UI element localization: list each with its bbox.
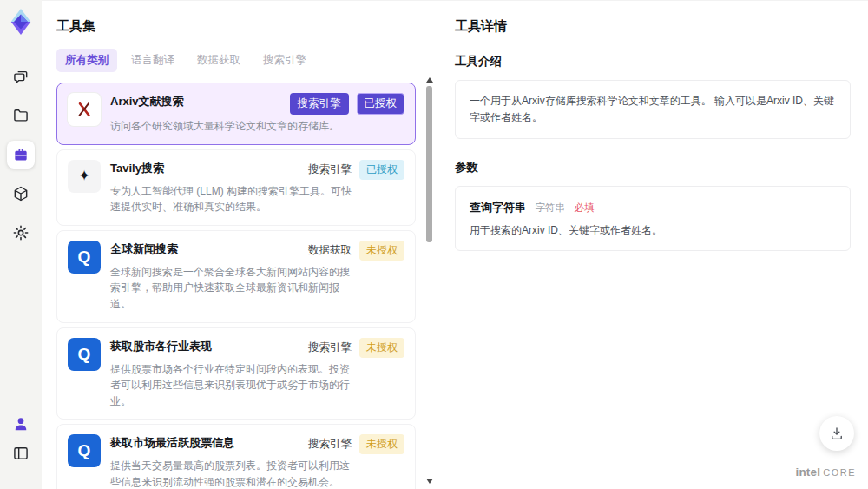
list-scrollbar[interactable] (425, 77, 434, 484)
tool-description: 提供当天交易量最高的股票列表。投资者可以利用这些信息来识别流动性强的股票和潜在的… (110, 458, 355, 489)
parameter-name: 查询字符串 (470, 201, 526, 214)
tool-description: 提供股票市场各个行业在特定时间段内的表现。投资者可以利用这些信息来识别表现优于或… (110, 361, 355, 410)
auth-status-badge: 未授权 (359, 338, 404, 358)
parameter-header: 查询字符串 字符串 必填 (470, 199, 836, 215)
scroll-up-arrow[interactable] (426, 77, 433, 83)
category-tabs: 所有类别 语言翻译 数据获取 搜索引擎 (56, 49, 428, 72)
tool-card-list: Arxiv文献搜索 搜索引擎 已授权 访问各个研究领域大量科学论文和文章的存储库… (56, 83, 428, 489)
arxiv-logo-icon (68, 93, 101, 126)
category-badge: 搜索引擎 (290, 93, 349, 115)
package-cube-icon (12, 185, 30, 202)
page-title: 工具集 (56, 18, 428, 35)
tool-detail-panel: 工具详情 工具介绍 一个用于从Arxiv存储库搜索科学论文和文章的工具。 输入可… (437, 0, 868, 489)
q-logo-icon: Q (68, 434, 101, 467)
tool-description: 全球新闻搜索是一个聚合全球各大新闻网站内容的搜索引擎，帮助用户快速获取全球最新资… (110, 264, 355, 313)
auth-status-badge: 未授权 (359, 241, 404, 261)
card-body: Tavily搜索 搜索引擎 已授权 专为人工智能代理 (LLM) 构建的搜索引擎… (110, 160, 404, 215)
app-logo-icon (6, 7, 36, 36)
sidebar-item-files[interactable] (7, 102, 35, 129)
parameter-type: 字符串 (535, 202, 565, 213)
params-heading: 参数 (455, 160, 851, 175)
parameter-description: 用于搜索的Arxiv ID、关键字或作者姓名。 (470, 223, 836, 238)
app-window: 工具集 所有类别 语言翻译 数据获取 搜索引擎 Arxiv文献搜索 (0, 0, 868, 489)
user-icon (12, 415, 30, 433)
sidebar-item-tools[interactable] (7, 141, 35, 169)
scroll-down-arrow[interactable] (426, 479, 433, 484)
tab-all-categories[interactable]: 所有类别 (56, 49, 117, 72)
category-label: 搜索引擎 (308, 340, 352, 355)
tool-card-tavily[interactable]: ✦ Tavily搜索 搜索引擎 已授权 专为人工智能代理 (LLM) 构建的搜索… (56, 149, 416, 226)
auth-status-badge: 已授权 (357, 93, 405, 115)
intro-box: 一个用于从Arxiv存储库搜索科学论文和文章的工具。 输入可以是Arxiv ID… (455, 80, 851, 139)
parameter-box: 查询字符串 字符串 必填 用于搜索的Arxiv ID、关键字或作者姓名。 (455, 186, 851, 251)
auth-status-badge: 未授权 (359, 434, 404, 454)
card-body: Arxiv文献搜索 搜索引擎 已授权 访问各个研究领域大量科学论文和文章的存储库… (110, 93, 404, 135)
download-button[interactable] (819, 416, 854, 451)
tool-description: 访问各个研究领域大量科学论文和文章的存储库。 (110, 118, 355, 135)
sidebar-item-chat[interactable] (7, 63, 35, 90)
core-wordmark: CORE (823, 467, 856, 478)
scrollbar-thumb[interactable] (426, 86, 432, 242)
required-label: 必填 (574, 202, 594, 213)
tab-language-translation[interactable]: 语言翻译 (122, 49, 183, 72)
panel-layout-icon (12, 445, 30, 462)
tavily-star-icon: ✦ (68, 160, 101, 193)
tool-name: Tavily搜索 (110, 160, 164, 176)
left-icon-rail (0, 0, 42, 489)
tool-description: 专为人工智能代理 (LLM) 构建的搜索引擎工具。可快速提供实时、准确和真实的结… (110, 183, 355, 215)
sidebar-item-settings[interactable] (7, 219, 35, 247)
intel-core-logo: intel CORE (795, 466, 856, 479)
card-body: 获取股市各行业表现 搜索引擎 未授权 提供股票市场各个行业在特定时间段内的表现。… (110, 338, 404, 410)
tab-data-fetch[interactable]: 数据获取 (188, 49, 249, 72)
tool-name: 获取股市各行业表现 (110, 338, 212, 354)
folder-icon (12, 107, 30, 124)
category-label: 搜索引擎 (308, 437, 352, 452)
card-body: 获取市场最活跃股票信息 搜索引擎 未授权 提供当天交易量最高的股票列表。投资者可… (110, 434, 404, 489)
chat-icon (12, 68, 30, 85)
download-icon (829, 426, 845, 441)
category-label: 搜索引擎 (308, 162, 352, 177)
tool-card-arxiv[interactable]: Arxiv文献搜索 搜索引擎 已授权 访问各个研究领域大量科学论文和文章的存储库… (56, 83, 416, 145)
collapse-sidebar-button[interactable] (7, 439, 35, 467)
toolbox-icon (12, 146, 30, 163)
tool-card-stock-sector[interactable]: Q 获取股市各行业表现 搜索引擎 未授权 提供股票市场各个行业在特定时间段内的表… (56, 327, 416, 420)
gear-icon (12, 224, 30, 241)
intel-wordmark: intel (795, 466, 820, 479)
detail-title: 工具详情 (455, 18, 851, 35)
q-logo-icon: Q (68, 338, 101, 371)
tool-list-panel: 工具集 所有类别 语言翻译 数据获取 搜索引擎 Arxiv文献搜索 (42, 0, 437, 489)
sidebar-item-packages[interactable] (7, 180, 35, 208)
user-avatar[interactable] (7, 410, 35, 438)
tool-name: Arxiv文献搜索 (110, 93, 184, 109)
tool-name: 获取市场最活跃股票信息 (110, 434, 234, 451)
auth-status-badge: 已授权 (359, 160, 404, 180)
tool-card-active-stocks[interactable]: Q 获取市场最活跃股票信息 搜索引擎 未授权 提供当天交易量最高的股票列表。投资… (56, 424, 416, 489)
card-body: 全球新闻搜索 数据获取 未授权 全球新闻搜索是一个聚合全球各大新闻网站内容的搜索… (110, 241, 404, 313)
tool-card-global-news[interactable]: Q 全球新闻搜索 数据获取 未授权 全球新闻搜索是一个聚合全球各大新闻网站内容的… (56, 230, 416, 323)
tool-name: 全球新闻搜索 (110, 241, 178, 257)
intro-heading: 工具介绍 (455, 54, 851, 69)
category-label: 数据获取 (308, 243, 352, 258)
tab-search-engine[interactable]: 搜索引擎 (254, 49, 315, 72)
q-logo-icon: Q (68, 241, 101, 274)
